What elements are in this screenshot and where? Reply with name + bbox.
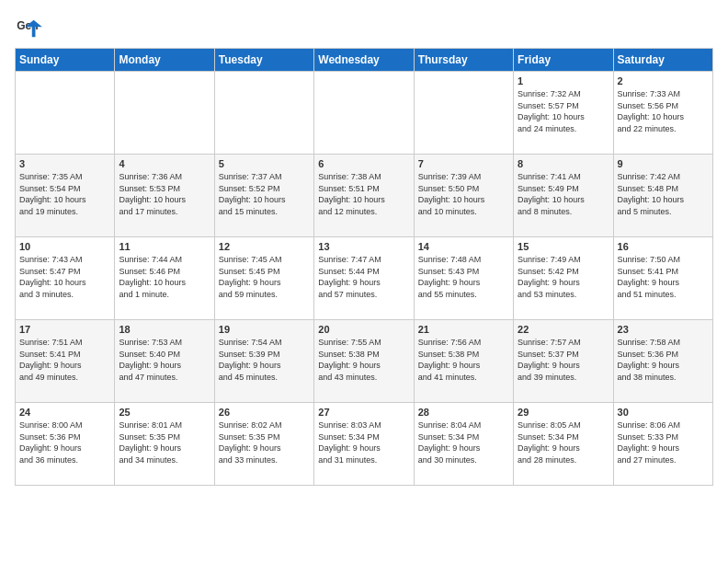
cell-content: Sunrise: 7:32 AM Sunset: 5:57 PM Dayligh… [518,88,609,134]
cell-content: Sunrise: 7:44 AM Sunset: 5:46 PM Dayligh… [119,254,210,300]
cell-content: Sunrise: 7:57 AM Sunset: 5:37 PM Dayligh… [518,337,609,383]
day-number: 13 [318,241,409,252]
calendar-cell [314,72,414,155]
calendar-cell: 20Sunrise: 7:55 AM Sunset: 5:38 PM Dayli… [314,320,414,403]
cell-content: Sunrise: 8:05 AM Sunset: 5:34 PM Dayligh… [518,419,609,465]
calendar-cell [414,72,513,155]
cell-content: Sunrise: 7:54 AM Sunset: 5:39 PM Dayligh… [219,337,310,383]
calendar-header: SundayMondayTuesdayWednesdayThursdayFrid… [16,49,713,72]
calendar-cell: 24Sunrise: 8:00 AM Sunset: 5:36 PM Dayli… [16,403,115,486]
calendar-cell: 29Sunrise: 8:05 AM Sunset: 5:34 PM Dayli… [514,403,613,486]
cell-content: Sunrise: 7:51 AM Sunset: 5:41 PM Dayligh… [19,337,110,383]
calendar-cell: 30Sunrise: 8:06 AM Sunset: 5:33 PM Dayli… [613,403,712,486]
calendar-cell: 8Sunrise: 7:41 AM Sunset: 5:49 PM Daylig… [514,155,613,237]
calendar-cell: 10Sunrise: 7:43 AM Sunset: 5:47 PM Dayli… [16,237,115,320]
day-number: 19 [219,324,310,335]
day-number: 8 [518,158,609,169]
weekday-header-wednesday: Wednesday [314,49,414,72]
cell-content: Sunrise: 7:48 AM Sunset: 5:43 PM Dayligh… [418,254,509,300]
calendar-cell: 19Sunrise: 7:54 AM Sunset: 5:39 PM Dayli… [214,320,313,403]
cell-content: Sunrise: 8:06 AM Sunset: 5:33 PM Dayligh… [618,419,709,465]
cell-content: Sunrise: 7:47 AM Sunset: 5:44 PM Dayligh… [318,254,409,300]
cell-content: Sunrise: 8:02 AM Sunset: 5:35 PM Dayligh… [219,419,310,465]
cell-content: Sunrise: 7:43 AM Sunset: 5:47 PM Dayligh… [19,254,110,300]
day-number: 9 [618,158,709,169]
day-number: 27 [318,407,409,418]
cell-content: Sunrise: 7:45 AM Sunset: 5:45 PM Dayligh… [219,254,310,300]
cell-content: Sunrise: 7:49 AM Sunset: 5:42 PM Dayligh… [518,254,609,300]
cell-content: Sunrise: 7:37 AM Sunset: 5:52 PM Dayligh… [219,171,310,217]
calendar-cell: 17Sunrise: 7:51 AM Sunset: 5:41 PM Dayli… [16,320,115,403]
day-number: 16 [618,241,709,252]
calendar-cell: 28Sunrise: 8:04 AM Sunset: 5:34 PM Dayli… [414,403,513,486]
day-number: 6 [318,158,409,169]
day-number: 30 [618,407,709,418]
cell-content: Sunrise: 8:04 AM Sunset: 5:34 PM Dayligh… [418,419,509,465]
day-number: 26 [219,407,310,418]
day-number: 20 [318,324,409,335]
cell-content: Sunrise: 8:03 AM Sunset: 5:34 PM Dayligh… [318,419,409,465]
day-number: 17 [19,324,110,335]
calendar-cell: 2Sunrise: 7:33 AM Sunset: 5:56 PM Daylig… [613,72,712,155]
logo: Gen [15,18,46,40]
calendar-week-4: 24Sunrise: 8:00 AM Sunset: 5:36 PM Dayli… [16,403,713,486]
day-number: 22 [518,324,609,335]
day-number: 23 [618,324,709,335]
day-number: 14 [418,241,509,252]
calendar-cell: 14Sunrise: 7:48 AM Sunset: 5:43 PM Dayli… [414,237,513,320]
day-number: 4 [119,158,210,169]
day-number: 1 [518,75,609,86]
weekday-header-friday: Friday [514,49,613,72]
day-number: 24 [19,407,110,418]
weekday-header-tuesday: Tuesday [214,49,313,72]
calendar-cell: 1Sunrise: 7:32 AM Sunset: 5:57 PM Daylig… [514,72,613,155]
calendar-cell [115,72,214,155]
calendar-cell: 25Sunrise: 8:01 AM Sunset: 5:35 PM Dayli… [115,403,214,486]
calendar-cell: 22Sunrise: 7:57 AM Sunset: 5:37 PM Dayli… [514,320,613,403]
calendar-cell: 3Sunrise: 7:35 AM Sunset: 5:54 PM Daylig… [16,155,115,237]
calendar-cell: 6Sunrise: 7:38 AM Sunset: 5:51 PM Daylig… [314,155,414,237]
cell-content: Sunrise: 8:00 AM Sunset: 5:36 PM Dayligh… [19,419,110,465]
cell-content: Sunrise: 7:42 AM Sunset: 5:48 PM Dayligh… [618,171,709,217]
calendar-cell: 26Sunrise: 8:02 AM Sunset: 5:35 PM Dayli… [214,403,313,486]
weekday-header-sunday: Sunday [16,49,115,72]
cell-content: Sunrise: 7:56 AM Sunset: 5:38 PM Dayligh… [418,337,509,383]
weekday-header-saturday: Saturday [613,49,712,72]
calendar-cell: 21Sunrise: 7:56 AM Sunset: 5:38 PM Dayli… [414,320,513,403]
cell-content: Sunrise: 7:55 AM Sunset: 5:38 PM Dayligh… [318,337,409,383]
cell-content: Sunrise: 7:33 AM Sunset: 5:56 PM Dayligh… [618,88,709,134]
calendar-week-3: 17Sunrise: 7:51 AM Sunset: 5:41 PM Dayli… [16,320,713,403]
cell-content: Sunrise: 7:41 AM Sunset: 5:49 PM Dayligh… [518,171,609,217]
calendar-cell: 16Sunrise: 7:50 AM Sunset: 5:41 PM Dayli… [613,237,712,320]
day-number: 10 [19,241,110,252]
calendar-cell: 7Sunrise: 7:39 AM Sunset: 5:50 PM Daylig… [414,155,513,237]
day-number: 18 [119,324,210,335]
cell-content: Sunrise: 7:38 AM Sunset: 5:51 PM Dayligh… [318,171,409,217]
cell-content: Sunrise: 7:35 AM Sunset: 5:54 PM Dayligh… [19,171,110,217]
day-number: 2 [618,75,709,86]
day-number: 5 [219,158,310,169]
cell-content: Sunrise: 7:39 AM Sunset: 5:50 PM Dayligh… [418,171,509,217]
logo-icon: Gen [17,18,42,40]
cell-content: Sunrise: 7:53 AM Sunset: 5:40 PM Dayligh… [119,337,210,383]
calendar-cell: 4Sunrise: 7:36 AM Sunset: 5:53 PM Daylig… [115,155,214,237]
calendar-cell: 13Sunrise: 7:47 AM Sunset: 5:44 PM Dayli… [314,237,414,320]
weekday-header-row: SundayMondayTuesdayWednesdayThursdayFrid… [16,49,713,72]
day-number: 11 [119,241,210,252]
day-number: 7 [418,158,509,169]
day-number: 15 [518,241,609,252]
calendar-week-2: 10Sunrise: 7:43 AM Sunset: 5:47 PM Dayli… [16,237,713,320]
cell-content: Sunrise: 8:01 AM Sunset: 5:35 PM Dayligh… [119,419,210,465]
calendar-week-1: 3Sunrise: 7:35 AM Sunset: 5:54 PM Daylig… [16,155,713,237]
calendar-cell: 18Sunrise: 7:53 AM Sunset: 5:40 PM Dayli… [115,320,214,403]
day-number: 3 [19,158,110,169]
calendar-cell: 12Sunrise: 7:45 AM Sunset: 5:45 PM Dayli… [214,237,313,320]
cell-content: Sunrise: 7:58 AM Sunset: 5:36 PM Dayligh… [618,337,709,383]
day-number: 12 [219,241,310,252]
cell-content: Sunrise: 7:50 AM Sunset: 5:41 PM Dayligh… [618,254,709,300]
calendar-cell [214,72,313,155]
calendar-cell: 9Sunrise: 7:42 AM Sunset: 5:48 PM Daylig… [613,155,712,237]
day-number: 21 [418,324,509,335]
weekday-header-monday: Monday [115,49,214,72]
calendar-cell [16,72,115,155]
